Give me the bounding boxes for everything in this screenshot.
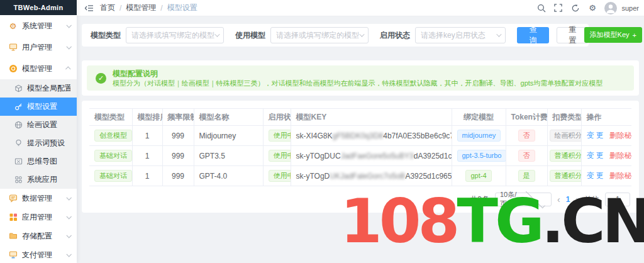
key-icon — [14, 102, 23, 111]
sidebar-item-payment-management[interactable]: 支付管理 — [0, 245, 77, 263]
folder-icon — [8, 232, 18, 241]
chevron-down-icon — [359, 31, 364, 36]
model-key-table: 模型类型 模型排序 频率限制 模型名称 启用状态 模型KEY 绑定模型 Toke… — [89, 108, 631, 186]
bound-model-badge: gpt-3.5-turbo — [457, 150, 506, 162]
search-icon[interactable] — [536, 3, 546, 13]
payment-icon — [8, 250, 18, 260]
sidebar-bottom-items: 数据管理 应用管理 存储配置 支付管理 — [0, 189, 77, 263]
goto-label: 前往 — [584, 194, 599, 205]
topbar-actions: ⚙ super — [536, 2, 639, 14]
fullscreen-icon[interactable] — [553, 3, 563, 13]
prev-page-button[interactable]: ‹ — [557, 194, 560, 204]
sidebar-item-label: 数据管理 — [22, 193, 65, 204]
select-placeholder: 请选择或填写绑定的模型 — [131, 30, 214, 41]
chevron-down-icon — [66, 214, 71, 219]
sidebar-item-storage-config[interactable]: 存储配置 — [0, 227, 77, 245]
page-size-select[interactable]: 10条/页 — [495, 193, 552, 206]
sidebar-item-model-global-config[interactable]: 模型全局配置 — [0, 79, 77, 98]
alert-title: 模型配置说明 — [113, 69, 602, 79]
current-page[interactable]: 1 — [566, 195, 570, 204]
select-placeholder: 请选择key启用状态 — [421, 30, 496, 41]
rate-limit-value: 999 — [162, 146, 194, 166]
filter-label-use-model: 使用模型 — [235, 30, 265, 41]
status-badge[interactable]: 使用中 — [269, 150, 291, 162]
sidebar-item-data-management[interactable]: 数据管理 — [0, 189, 77, 208]
model-type-select[interactable]: 请选择或填写绑定的模型 — [126, 27, 224, 43]
model-type-badge: 基础对话 — [94, 150, 132, 162]
table-row: 创意模型 1 999 Midjourney 使用中 sk-XI4G8KgF5BD… — [89, 126, 631, 146]
enable-status-select[interactable]: 请选择key启用状态 — [415, 27, 506, 43]
screen: TBWeb-Admin ⚙ 系统管理 用户管理 模型管理 — [0, 0, 644, 263]
next-page-button[interactable]: › — [575, 194, 579, 204]
chevron-down-icon — [66, 23, 71, 28]
col-bound-model: 绑定模型 — [452, 109, 506, 126]
model-key: sk-XI4G8KgF5BDK0q3D84b7fA0E35bBe6c9c77Fa — [291, 126, 452, 146]
token-billing-badge[interactable]: 否 — [518, 130, 535, 142]
sidebar-item-prompt-presets[interactable]: 提示词预设 — [0, 134, 77, 152]
pagination-total: 共3条 — [470, 194, 489, 205]
model-type-badge: 创意模型 — [94, 130, 132, 142]
sidebar-item-system-apps[interactable]: 系统应用 — [0, 171, 77, 189]
grid-icon — [14, 175, 23, 184]
sidebar-item-label: 提示词预设 — [27, 138, 70, 148]
sidebar-item-label: 模型全局配置 — [27, 83, 70, 94]
breadcrumb-model-management[interactable]: 模型管理 — [126, 3, 156, 13]
chevron-down-icon — [66, 252, 71, 257]
search-button[interactable]: 查 询 — [517, 27, 549, 43]
sidebar-item-system-management[interactable]: ⚙ 系统管理 — [0, 15, 77, 36]
sidebar-item-drawing-settings[interactable]: 绘画设置 — [0, 116, 77, 134]
sidebar-item-app-management[interactable]: 应用管理 — [0, 208, 77, 227]
chevron-down-icon — [66, 195, 71, 200]
key-redacted-segment: JadFaeGore5o5uBY3 — [341, 152, 414, 160]
use-model-select[interactable]: 请选择或填写绑定的模型 — [270, 27, 369, 43]
settings-gear-icon[interactable]: ⚙ — [587, 3, 597, 13]
model-sort-value: 1 — [132, 146, 162, 166]
model-type-badge: 基础对话 — [94, 170, 132, 182]
chevron-down-icon — [526, 189, 545, 208]
sidebar-item-user-management[interactable]: 用户管理 — [0, 36, 77, 58]
avatar[interactable] — [604, 2, 617, 14]
chevron-down-icon — [66, 44, 71, 49]
username[interactable]: super — [621, 4, 639, 12]
refresh-icon[interactable] — [570, 3, 580, 13]
change-link[interactable]: 变 更 — [587, 171, 604, 180]
delete-key-link[interactable]: 删除秘钥 — [609, 151, 631, 160]
status-badge[interactable]: 使用中 — [269, 170, 291, 182]
sidebar-item-label: 模型设置 — [27, 101, 70, 112]
filter-card: 模型类型 请选择或填写绑定的模型 使用模型 请选择或填写绑定的模型 启用状态 请… — [82, 24, 589, 47]
change-link[interactable]: 变 更 — [587, 131, 604, 140]
status-badge[interactable]: 使用中 — [269, 130, 291, 142]
col-token-billing: Token计费 — [506, 109, 547, 126]
delete-key-link[interactable]: 删除秘钥 — [609, 131, 631, 140]
add-model-key-label: 添加模型Key — [590, 30, 630, 40]
sidebar-item-mind-map[interactable]: 思维导图 — [0, 152, 77, 171]
goto-page-input[interactable] — [605, 193, 630, 206]
add-model-key-button[interactable]: 添加模型Key + — [584, 27, 642, 43]
success-check-icon: ✓ — [96, 73, 106, 84]
fee-type-badge[interactable]: 普通积分 — [550, 150, 582, 162]
change-link[interactable]: 变 更 — [587, 151, 604, 160]
sidebar-fold-icon[interactable] — [84, 4, 94, 13]
token-billing-badge[interactable]: 否 — [518, 150, 535, 162]
table-card: 模型类型 模型排序 频率限制 模型名称 启用状态 模型KEY 绑定模型 Toke… — [82, 101, 639, 213]
sidebar-item-label: 支付管理 — [22, 250, 65, 260]
token-billing-badge[interactable]: 是 — [518, 170, 535, 182]
bound-model-badge: gpt-4 — [465, 170, 491, 182]
filter-label-model-type: 模型类型 — [91, 30, 121, 41]
key-redacted-segment: UKJadFaleGorc7o5oB — [330, 172, 405, 181]
breadcrumb-model-settings: 模型设置 — [167, 3, 197, 13]
pagination: 共3条 10条/页 ‹ 1 › 前往 — [89, 193, 631, 206]
breadcrumb-home[interactable]: 首页 — [100, 3, 115, 13]
delete-key-link[interactable]: 删除秘钥 — [609, 171, 631, 180]
col-rate-limit: 频率限制 — [162, 109, 194, 126]
sidebar-item-model-settings[interactable]: 模型设置 — [0, 98, 77, 116]
breadcrumb-separator: / — [119, 4, 121, 13]
fee-type-badge[interactable]: 普通积分 — [550, 170, 582, 182]
gear-icon: ⚙ — [8, 21, 18, 31]
sidebar-item-model-management[interactable]: 模型管理 — [0, 58, 77, 79]
breadcrumb: 首页 / 模型管理 / 模型设置 — [100, 3, 197, 13]
col-fee-type: 扣费类型 — [547, 109, 581, 126]
bound-model-badge: midjourney — [457, 130, 501, 142]
model-key: sk-yTOgDUCJadFaeGore5o5uBY3dA3925d1c965c — [291, 146, 452, 166]
fee-type-badge[interactable]: 绘画积分 — [550, 130, 582, 142]
